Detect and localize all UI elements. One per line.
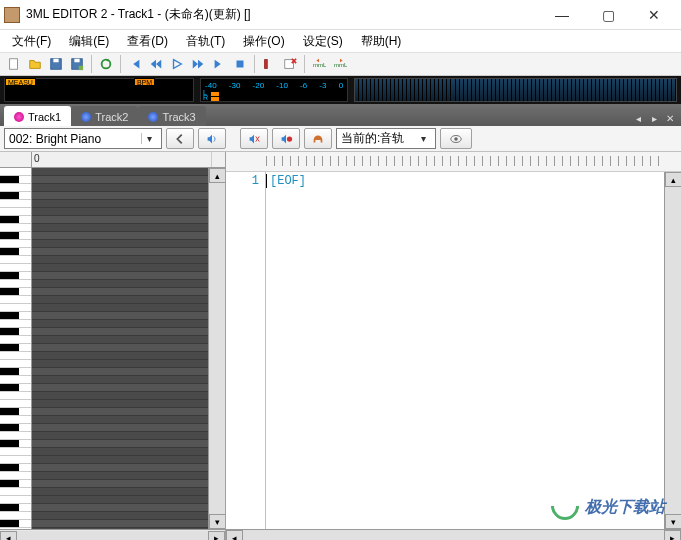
- line-gutter: 1: [226, 172, 266, 529]
- editor-text[interactable]: [EOF]: [266, 172, 664, 529]
- close-button[interactable]: ✕: [631, 1, 677, 29]
- svg-point-12: [287, 136, 292, 141]
- svg-rect-9: [285, 60, 294, 69]
- tab-label: Track2: [95, 111, 128, 123]
- tab-scroll-right[interactable]: ▸: [647, 113, 661, 124]
- tab-track3[interactable]: Track3: [138, 106, 205, 126]
- menu-file[interactable]: 文件(F): [4, 31, 59, 52]
- lr-label: LR: [203, 90, 208, 100]
- svg-rect-4: [74, 59, 79, 63]
- svg-rect-5: [79, 66, 83, 70]
- level-r: [211, 97, 219, 101]
- track-label: 当前的:音轨: [341, 130, 404, 147]
- ffwd-button[interactable]: [209, 54, 229, 74]
- save-button[interactable]: [46, 54, 66, 74]
- svg-rect-2: [53, 59, 58, 63]
- toolbar: mmL mmL: [0, 52, 681, 76]
- editor-body[interactable]: 1 [EOF]: [226, 172, 664, 529]
- scroll-up-button[interactable]: ▴: [665, 172, 681, 187]
- tab-track2[interactable]: Track2: [71, 106, 138, 126]
- chevron-down-icon: ▾: [415, 133, 431, 144]
- svg-rect-8: [265, 60, 268, 69]
- menu-bar: 文件(F) 编辑(E) 查看(D) 音轨(T) 操作(O) 设定(S) 帮助(H…: [0, 30, 681, 52]
- scroll-right-button[interactable]: ▸: [208, 531, 225, 541]
- menu-setting[interactable]: 设定(S): [295, 31, 351, 52]
- mml-import-button[interactable]: mmL: [309, 54, 329, 74]
- step-fwd-button[interactable]: [188, 54, 208, 74]
- piano-roll-pane: 0 ▴ ▾ ◂ ▸: [0, 152, 226, 540]
- stop-button[interactable]: [230, 54, 250, 74]
- roll-grid[interactable]: [32, 168, 208, 529]
- tab-dot-icon: [14, 112, 24, 122]
- delete-track-button[interactable]: [280, 54, 300, 74]
- rewind-button[interactable]: [125, 54, 145, 74]
- scroll-down-button[interactable]: ▾: [209, 514, 225, 529]
- maximize-button[interactable]: ▢: [585, 1, 631, 29]
- piano-roll-ruler: 0: [0, 152, 225, 168]
- tab-scroll-left[interactable]: ◂: [631, 113, 645, 124]
- title-bar: 3ML EDITOR 2 - Track1 - (未命名)(更新) [] — ▢…: [0, 0, 681, 30]
- headphone-button[interactable]: [304, 128, 332, 149]
- scroll-left-button[interactable]: ◂: [0, 531, 17, 541]
- keyboard-strip[interactable]: [354, 78, 677, 102]
- window-title: 3ML EDITOR 2 - Track1 - (未命名)(更新) []: [26, 6, 539, 23]
- svg-point-6: [102, 60, 111, 69]
- instrument-select[interactable]: 002: Bright Piano ▾: [4, 128, 162, 149]
- menu-edit[interactable]: 编辑(E): [61, 31, 117, 52]
- instrument-toolbar: 002: Bright Piano ▾ 当前的:音轨 ▾: [0, 126, 681, 152]
- play-button[interactable]: [167, 54, 187, 74]
- editor-pane: 1 [EOF] ▴ ▾ ◂ ▸: [226, 152, 681, 540]
- tick: -20: [253, 81, 265, 90]
- new-file-button[interactable]: [4, 54, 24, 74]
- editor-vscroll[interactable]: ▴ ▾: [664, 172, 681, 529]
- save-as-button[interactable]: [67, 54, 87, 74]
- step-back-button[interactable]: [146, 54, 166, 74]
- tick: -3: [319, 81, 326, 90]
- tab-track1[interactable]: Track1: [4, 106, 71, 126]
- position-digits: 0000:0980: [36, 82, 134, 99]
- window-controls: — ▢ ✕: [539, 1, 677, 29]
- eye-button[interactable]: [440, 128, 472, 149]
- editor-hscroll[interactable]: ◂ ▸: [226, 529, 681, 540]
- counter-box: MEASU 0000:0980 BPM 120: [4, 78, 194, 102]
- open-file-button[interactable]: [25, 54, 45, 74]
- meas-label: MEASU: [5, 78, 36, 86]
- solo-button[interactable]: [272, 128, 300, 149]
- instrument-selected: 002: Bright Piano: [9, 132, 101, 146]
- piano-roll-hscroll[interactable]: ◂ ▸: [0, 529, 225, 540]
- track-select[interactable]: 当前的:音轨 ▾: [336, 128, 436, 149]
- svg-rect-7: [237, 61, 244, 68]
- refresh-button[interactable]: [96, 54, 116, 74]
- tab-bar: Track1 Track2 Track3 ◂ ▸ ✕: [0, 104, 681, 126]
- svg-point-14: [454, 137, 458, 141]
- bpm-digits: 120: [155, 82, 193, 99]
- menu-operate[interactable]: 操作(O): [235, 31, 292, 52]
- tick: -6: [300, 81, 307, 90]
- minimize-button[interactable]: —: [539, 1, 585, 29]
- tab-dot-icon: [148, 112, 158, 122]
- piano-keys[interactable]: [0, 168, 32, 529]
- app-icon: [4, 7, 20, 23]
- tab-label: Track1: [28, 111, 61, 123]
- scroll-right-button[interactable]: ▸: [664, 530, 681, 540]
- scroll-up-button[interactable]: ▴: [209, 168, 225, 183]
- bpm-label: BPM: [134, 78, 155, 86]
- tab-label: Track3: [162, 111, 195, 123]
- piano-roll-vscroll[interactable]: ▴ ▾: [208, 168, 225, 529]
- svg-rect-0: [10, 59, 18, 70]
- tick: -30: [229, 81, 241, 90]
- scroll-down-button[interactable]: ▾: [665, 514, 681, 529]
- tab-close[interactable]: ✕: [663, 113, 677, 124]
- menu-track[interactable]: 音轨(T): [178, 31, 233, 52]
- scroll-left-button[interactable]: ◂: [226, 530, 243, 540]
- menu-help[interactable]: 帮助(H): [353, 31, 410, 52]
- jump-back-button[interactable]: [259, 54, 279, 74]
- menu-view[interactable]: 查看(D): [119, 31, 176, 52]
- sound-on-button[interactable]: [198, 128, 226, 149]
- editor-ruler: [226, 152, 681, 172]
- mml-export-button[interactable]: mmL: [330, 54, 350, 74]
- mute-button[interactable]: [240, 128, 268, 149]
- inst-prev-button[interactable]: [166, 128, 194, 149]
- meter-panel: MEASU 0000:0980 BPM 120 -40 -30 -20 -10 …: [0, 76, 681, 104]
- eof-marker: [EOF]: [270, 174, 306, 188]
